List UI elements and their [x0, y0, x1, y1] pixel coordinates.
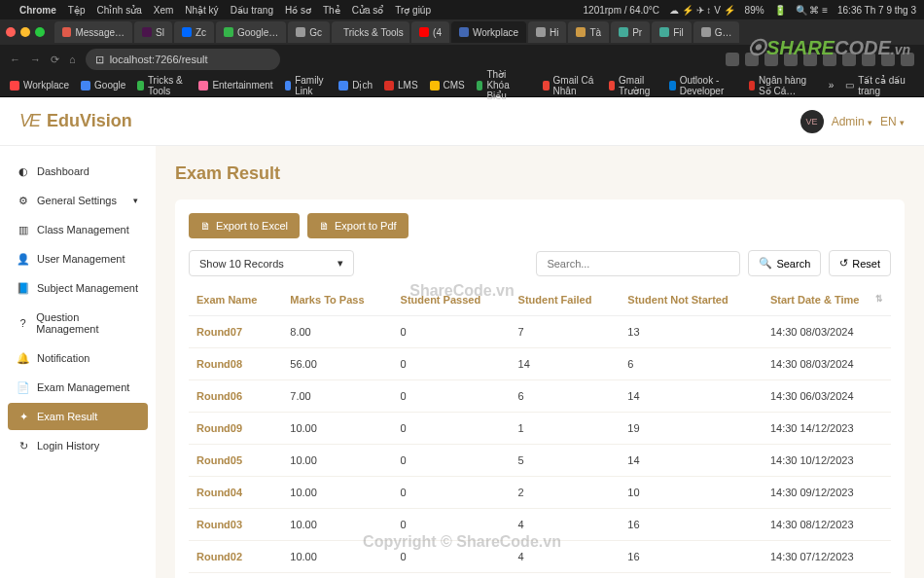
export-pdf-button[interactable]: 🗎 Export to Pdf [307, 213, 409, 238]
favicon [296, 27, 305, 37]
avatar[interactable]: VE [800, 110, 824, 133]
sidebar-item-notification[interactable]: 🔔Notification [8, 344, 148, 372]
nav-home-icon[interactable]: ⌂ [69, 54, 76, 66]
os-menu-item[interactable]: Tệp [68, 5, 86, 16]
exam-name-cell[interactable]: Round08 [189, 348, 282, 380]
col-not-started[interactable]: Student Not Started [620, 284, 763, 316]
exam-name-cell[interactable]: Round09 [189, 413, 282, 445]
bookmark-item[interactable]: Dịch [338, 69, 373, 101]
os-menu-item[interactable]: Cửa sổ [352, 5, 384, 16]
ext-icon[interactable] [764, 53, 778, 66]
bookmarks-overflow-icon[interactable]: » [829, 80, 835, 90]
browser-tab[interactable]: (4 [411, 21, 449, 43]
bookmark-item[interactable]: Thời Khóa Biểu [477, 69, 531, 101]
browser-tab[interactable]: Workplace [451, 21, 526, 43]
browser-tab[interactable]: Sl [134, 21, 172, 43]
nav-forward-icon[interactable]: → [30, 54, 41, 66]
exam-name-cell[interactable]: Round04 [189, 477, 282, 509]
ext-icon[interactable] [901, 53, 914, 66]
nav-back-icon[interactable]: ← [10, 54, 20, 66]
reset-button[interactable]: ↺ Reset [829, 250, 891, 276]
sidebar-item-label: Question Management [36, 311, 138, 335]
col-passed[interactable]: Student Passed [393, 284, 511, 316]
sidebar-item-login-history[interactable]: ↻Login History [8, 432, 148, 459]
site-info-icon[interactable]: ⊡ [95, 54, 104, 66]
bookmark-icon [137, 81, 144, 90]
bookmark-item[interactable]: Gmail Trường [609, 69, 658, 101]
os-menu-item[interactable]: Xem [154, 5, 174, 16]
browser-tab[interactable]: Google… [216, 21, 286, 43]
sidebar-item-general-settings[interactable]: ⚙General Settings▾ [8, 187, 148, 214]
exam-name-cell[interactable]: Round02 [189, 541, 282, 573]
os-menu-item[interactable]: Hồ sơ [285, 5, 311, 16]
sidebar-item-dashboard[interactable]: ◐Dashboard [8, 158, 148, 185]
ext-icon[interactable] [784, 53, 798, 66]
nav-reload-icon[interactable]: ⟳ [51, 54, 59, 66]
exam-name-cell[interactable]: Round01 [189, 573, 282, 579]
col-failed[interactable]: Student Failed [511, 284, 621, 316]
failed-cell: 4 [511, 541, 621, 573]
sidebar-item-subject-management[interactable]: 📘Subject Management [8, 274, 148, 302]
browser-tab[interactable]: Fil [652, 21, 692, 43]
ext-icon[interactable] [842, 53, 856, 66]
browser-tab[interactable]: Hi [528, 21, 566, 43]
ext-icon[interactable] [823, 53, 836, 66]
export-excel-button[interactable]: 🗎 Export to Excel [189, 213, 300, 238]
bookmark-item[interactable]: Google [81, 69, 125, 101]
user-menu[interactable]: Admin ▾ [832, 115, 872, 128]
exam-name-cell[interactable]: Round05 [189, 445, 282, 477]
sidebar-item-exam-management[interactable]: 📄Exam Management [8, 374, 148, 401]
browser-tab[interactable]: G… [693, 21, 740, 43]
os-menu-item[interactable]: Trợ giúp [395, 5, 431, 16]
brand-mark-icon: VE [19, 111, 39, 131]
bookmark-item[interactable]: Outlook - Developer [669, 69, 736, 101]
all-bookmarks-button[interactable]: ▭ Tất cả dấu trang [845, 75, 914, 96]
sidebar-item-exam-result[interactable]: ✦Exam Result [8, 403, 148, 430]
browser-tab[interactable]: Gc [288, 21, 330, 43]
lang-switch[interactable]: EN ▾ [880, 115, 905, 128]
date-cell: 14:30 08/12/2023 [763, 509, 891, 541]
bookmark-item[interactable]: Ngân hàng Số Cá… [749, 69, 817, 101]
ext-icon[interactable] [726, 53, 739, 66]
os-menu-item[interactable]: Chỉnh sửa [96, 5, 141, 16]
ext-icon[interactable] [862, 53, 875, 66]
bookmark-item[interactable]: Entertainment [198, 69, 272, 101]
records-select[interactable]: Show 10 Records ▾ [189, 250, 354, 276]
browser-tab[interactable]: Pr [611, 21, 650, 43]
os-menu-item[interactable]: Nhật ký [185, 5, 218, 16]
browser-tab[interactable]: Tà [568, 21, 609, 43]
sidebar-icon: 📄 [18, 381, 29, 393]
failed-cell: 4 [511, 573, 621, 579]
browser-tab[interactable]: Zc [174, 21, 214, 43]
brand-logo[interactable]: VE EduVision [19, 111, 132, 131]
passed-cell: 0 [393, 573, 511, 579]
bookmark-item[interactable]: Family Link [285, 69, 328, 101]
bookmark-item[interactable]: Gmail Cá Nhân [543, 69, 597, 101]
search-button[interactable]: 🔍 Search [748, 250, 821, 276]
bookmark-item[interactable]: Tricks & Tools [137, 69, 187, 101]
col-exam-name[interactable]: Exam Name [189, 284, 282, 316]
exam-name-cell[interactable]: Round03 [189, 509, 282, 541]
browser-tab[interactable]: Message… [54, 21, 132, 43]
os-menu-item[interactable]: Dấu trang [231, 5, 273, 16]
exam-name-cell[interactable]: Round06 [189, 380, 282, 413]
exam-name-cell[interactable]: Round07 [189, 316, 282, 348]
url-input[interactable]: ⊡ localhost:7266/result [86, 49, 280, 70]
window-controls[interactable] [6, 27, 45, 37]
col-marks[interactable]: Marks To Pass [282, 284, 392, 316]
os-menu-item[interactable]: Thẻ [323, 5, 340, 16]
ext-icon[interactable] [745, 53, 759, 66]
search-input[interactable] [536, 251, 740, 276]
file-icon: 🗎 [200, 220, 211, 232]
browser-tab[interactable]: Tricks & Tools [332, 21, 409, 43]
bookmark-item[interactable]: Workplace [10, 69, 69, 101]
col-date[interactable]: Start Date & Time⇅ [763, 284, 891, 316]
os-app-name: Chrome [19, 5, 56, 16]
bookmark-item[interactable]: LMS [384, 69, 418, 101]
ext-icon[interactable] [881, 53, 895, 66]
sidebar-item-user-management[interactable]: 👤User Management [8, 245, 148, 272]
bookmark-item[interactable]: CMS [430, 69, 465, 101]
sidebar-item-question-management[interactable]: ?Question Management [8, 304, 148, 343]
sidebar-item-class-management[interactable]: ▥Class Management [8, 216, 148, 243]
ext-icon[interactable] [803, 53, 817, 66]
